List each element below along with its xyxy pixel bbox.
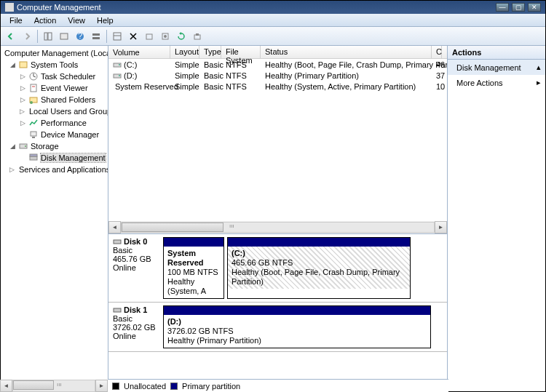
scroll-left-icon[interactable]: ◄ xyxy=(0,380,12,392)
volume-list-header[interactable]: Volume Layout Type File System Status C xyxy=(108,46,447,59)
volume-row[interactable]: (C:) SimpleBasicNTFSHealthy (Boot, Page … xyxy=(108,59,447,70)
menu-view[interactable]: View xyxy=(62,16,91,25)
col-layout: Layout xyxy=(170,46,199,58)
title-bar: Computer Management — ▢ ✕ xyxy=(1,1,545,14)
scroll-left-icon[interactable]: ◄ xyxy=(108,221,121,233)
list-button[interactable] xyxy=(110,29,124,44)
tree-shared-folders[interactable]: ▷Shared Folders xyxy=(1,94,108,105)
scroll-right-icon[interactable]: ► xyxy=(435,221,447,233)
action1-button[interactable] xyxy=(142,29,157,44)
svg-rect-25 xyxy=(31,132,36,136)
actions-pane: Actions Disk Management▴ More Actions▸ xyxy=(448,46,545,391)
maximize-button[interactable]: ▢ xyxy=(512,3,525,12)
svg-rect-1 xyxy=(48,33,52,40)
svg-rect-0 xyxy=(44,33,47,40)
view-button[interactable] xyxy=(89,29,103,44)
volume-list: Volume Layout Type File System Status C … xyxy=(108,46,447,234)
svg-text:?: ? xyxy=(78,32,82,40)
actions-disk-management[interactable]: Disk Management▴ xyxy=(448,60,545,75)
action3-button[interactable] xyxy=(190,29,205,44)
svg-rect-6 xyxy=(92,37,100,39)
forward-button[interactable] xyxy=(20,29,34,44)
disk-icon xyxy=(113,237,122,246)
center-pane: Volume Layout Type File System Status C … xyxy=(108,46,448,391)
svg-rect-39 xyxy=(114,308,121,312)
menu-help[interactable]: Help xyxy=(91,16,119,25)
disk-graphic-pane: Disk 0 Basic465.76 GBOnline System Reser… xyxy=(108,234,447,391)
col-capacity: C xyxy=(432,46,442,58)
svg-rect-29 xyxy=(30,156,37,160)
disk-icon xyxy=(113,305,122,314)
svg-rect-18 xyxy=(31,84,36,92)
svg-point-21 xyxy=(30,101,33,104)
chevron-up-icon: ▴ xyxy=(537,63,541,72)
volume-row[interactable]: System Reserved SimpleBasicNTFSHealthy (… xyxy=(108,81,447,92)
app-icon xyxy=(5,3,14,12)
svg-rect-2 xyxy=(60,33,68,39)
partition-d[interactable]: (D:)3726.02 GB NTFSHealthy (Primary Part… xyxy=(163,305,431,348)
disk-row-1[interactable]: Disk 1 Basic3726.02 GBOnline (D:)3726.02… xyxy=(108,303,447,352)
tree-root[interactable]: Computer Management (Local xyxy=(1,47,108,59)
tree-local-users[interactable]: ▷Local Users and Groups xyxy=(1,105,108,117)
tree-device-manager[interactable]: Device Manager xyxy=(1,129,108,140)
svg-rect-30 xyxy=(30,154,37,156)
actions-header: Actions xyxy=(448,46,545,60)
swatch-unallocated xyxy=(112,383,119,390)
tree-event-viewer[interactable]: ▷Event Viewer xyxy=(1,82,108,94)
svg-point-34 xyxy=(119,64,120,65)
swatch-primary xyxy=(170,383,178,390)
tree-pane: Computer Management (Local ◢System Tools… xyxy=(1,46,108,391)
back-button[interactable] xyxy=(4,29,18,44)
menu-bar: File Action View Help xyxy=(1,14,545,27)
svg-rect-9 xyxy=(146,34,152,39)
legend: Unallocated Primary partition xyxy=(108,379,448,392)
disk-row-0[interactable]: Disk 0 Basic465.76 GBOnline System Reser… xyxy=(108,234,447,303)
volume-row[interactable]: (D:) SimpleBasicNTFSHealthy (Primary Par… xyxy=(108,70,447,81)
col-filesystem: File System xyxy=(221,46,261,58)
action2-button[interactable] xyxy=(158,29,173,44)
delete-button[interactable] xyxy=(126,29,141,44)
svg-point-11 xyxy=(164,35,167,38)
svg-point-36 xyxy=(119,75,120,76)
col-status: Status xyxy=(261,46,432,58)
tree-performance[interactable]: ▷Performance xyxy=(1,117,108,129)
svg-rect-5 xyxy=(92,33,100,36)
svg-rect-26 xyxy=(32,137,35,138)
scroll-right-icon[interactable]: ► xyxy=(95,380,108,392)
svg-rect-38 xyxy=(114,240,121,244)
svg-rect-16 xyxy=(20,62,27,68)
menu-action[interactable]: Action xyxy=(28,16,63,25)
chevron-right-icon: ▸ xyxy=(537,78,541,87)
window-title: Computer Management xyxy=(17,3,101,12)
close-button[interactable]: ✕ xyxy=(528,3,541,12)
actions-more[interactable]: More Actions▸ xyxy=(448,75,545,90)
show-hide-tree-button[interactable] xyxy=(41,29,55,44)
drive-icon xyxy=(113,71,122,80)
svg-point-28 xyxy=(25,145,26,147)
tree-storage[interactable]: ◢Storage xyxy=(1,140,108,152)
tree-task-scheduler[interactable]: ▷Task Scheduler xyxy=(1,71,108,82)
tree-services[interactable]: ▷Services and Applications xyxy=(1,164,108,175)
svg-rect-7 xyxy=(114,33,121,40)
help-button[interactable]: ? xyxy=(73,29,87,44)
tree-disk-management[interactable]: Disk Management xyxy=(1,152,108,164)
col-volume: Volume xyxy=(108,46,170,58)
properties-button[interactable] xyxy=(57,29,71,44)
partition-system-reserved[interactable]: System Reserved100 MB NTFSHealthy (Syste… xyxy=(163,237,224,299)
drive-icon xyxy=(113,60,122,69)
toolbar: ? xyxy=(1,27,545,46)
tree-scrollbar[interactable]: ◄ ııı ► xyxy=(0,380,108,392)
menu-file[interactable]: File xyxy=(4,16,28,25)
tree-system-tools[interactable]: ◢System Tools xyxy=(1,59,108,71)
minimize-button[interactable]: — xyxy=(496,3,509,12)
svg-rect-13 xyxy=(196,33,199,36)
col-type: Type xyxy=(199,46,221,58)
volume-list-scrollbar[interactable]: ◄ ııı ► xyxy=(108,221,447,233)
partition-c[interactable]: (C:)465.66 GB NTFSHealthy (Boot, Page Fi… xyxy=(227,237,411,299)
refresh-button[interactable] xyxy=(174,29,189,44)
